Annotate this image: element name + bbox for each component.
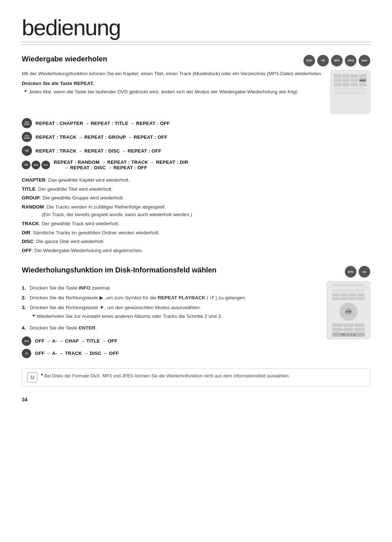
r2b4 [332,328,343,331]
step1-num: 1. [22,284,27,292]
rb2 [342,74,350,78]
rb9 [334,83,342,86]
seq-row-dvd-video: DVDVIDEO REPEAT : CHAPTER → REPEAT : TIT… [22,118,370,128]
step1-text: Drücken Sie die Taste INFO zweimal. [30,284,111,292]
section1-intro: Mit der Wiederholungsfunktion können Sie… [22,70,323,78]
seq-row-cd: CD REPEAT : TRACK → REPEAT : DISC → REPE… [22,146,370,156]
intro-area: Mit der Wiederholungsfunktion können Sie… [22,70,370,114]
page-title: bedienung [22,15,370,42]
section2-dvd-icon: DVD [345,266,356,278]
remote2-btns [332,323,365,331]
note-text: ■ Bei Disks der Formate DivX, MP3 und JP… [41,372,290,380]
section2-area: 1. Drücken Sie die Taste INFO zweimal. 2… [22,281,370,361]
seq-off-track-text: OFF → A- → TRACK → DISC → OFF [35,351,119,356]
section2-title: Wiederholungsfunktion im Disk-Informatio… [22,266,217,274]
seq-icon-dvd-audio: DVDAUDIO [22,132,32,142]
section1-title: Wiedergabe wiederholen [22,55,107,63]
seq-box-cd-icon: CD [22,349,31,358]
step-3: 3. Drücken Sie die Richtungstaste ▼, um … [22,304,319,323]
desc-random: RANDOM: Die Tracks werden in zufälliger … [22,203,370,219]
repeat-sequences: DVDVIDEO REPEAT : CHAPTER → REPEAT : TIT… [22,118,370,170]
desc-off: OFF: Die Wiedergabe-Wiederholung wird ab… [22,247,370,255]
seq-multi-line1: REPEAT : RANDOM → REPEAT : TRACK → REPEA… [54,159,188,165]
desc-dir: DIR: Sämtliche Tracks im gewählten Ordne… [22,229,370,237]
rb12 [359,83,367,86]
remote2-dpad: ENTER [339,303,358,321]
remote2-top [332,284,365,287]
step3-bullet: Wiederholen Sie zur Auswahl eines andere… [33,313,222,320]
rb5 [334,78,342,82]
section-wiederholungsfunktion: Wiederholungsfunktion im Disk-Informatio… [22,266,370,386]
rb11 [351,83,358,86]
step3-block: Drücken Sie die Richtungstaste ▼, um den… [30,304,222,323]
remote-image-section1: REPEAT [330,70,370,114]
rb8-repeat: REPEAT [359,78,367,82]
section-wiedergabe: Wiedergabe wiederholen DVD CD MP3 JPEG D… [22,55,370,254]
mp3-icon: MP3 [331,55,343,66]
jpeg-icon: JPEG [345,55,356,66]
step4-text: Drücken Sie die Taste ENTER. [30,324,97,332]
seq-icon-dvd-video: DVDVIDEO [22,118,32,128]
section2-content: 1. Drücken Sie die Taste INFO zweimal. 2… [22,281,319,361]
note-box: M ■ Bei Disks der Formate DivX, MP3 und … [22,368,370,387]
remote2-bottom: INFO▲▼▶ [332,332,365,337]
note-icon: M [27,372,37,383]
r2b2 [343,323,354,327]
remote-line1 [334,88,367,90]
remote-buttons: REPEAT [334,74,367,86]
step3-num: 3. [22,304,27,323]
note-symbol: ■ [41,373,43,376]
r2b5 [343,328,354,331]
seq-icon-cd2: CD [22,161,30,169]
seq-dvd-video-text: REPEAT : CHAPTER → REPEAT : TITLE → REPE… [36,121,170,126]
rb4 [359,74,367,78]
desc-chapter: CHAPTER: Das gewählte Kapitel wird wiede… [22,176,370,184]
section2-sequences: DVD OFF → A- → CHAP → TITLE → OFF CD OFF… [22,336,319,358]
remote-image-section2: ENTER INFO▲▼▶ [327,281,370,339]
descriptions-list: CHAPTER: Das gewählte Kapitel wird wiede… [22,176,370,254]
seq-icon-divx: DivX [41,161,50,169]
section2-device-icons: DVD CD [345,266,370,278]
seq-off-track-row: CD OFF → A- → TRACK → DISC → OFF [22,349,319,358]
seq-multi-line2: → REPEAT : DISC → REPEAT : OFF [64,165,188,170]
step3-bullet-text: Wiederholen Sie zur Auswahl eines andere… [37,313,222,320]
r2b1 [332,323,343,327]
step-4: 4. Drücken Sie die Taste ENTER. [22,324,319,332]
seq-cd-text: REPEAT : TRACK → REPEAT : DISC → REPEAT … [36,148,161,154]
numbered-steps: 1. Drücken Sie die Taste INFO zweimal. 2… [22,284,319,332]
bullet-dot [25,90,26,92]
desc-group: GROUP: Die gewählte Gruppe wird wiederho… [22,194,370,202]
section1-device-icons: DVD CD MP3 JPEG DivX [303,55,370,66]
page-number: 34 [22,397,370,403]
step3-bullet-dot [33,315,34,316]
remote-img: REPEAT [330,70,370,114]
desc-disc: DISC: Die ganze Disk wird wiederholt. [22,238,370,246]
step-2: 2. Drücken Sie die Richtungstaste ▶, um … [22,294,319,302]
step-1: 1. Drücken Sie die Taste INFO zweimal. [22,284,319,292]
rb3 [351,74,358,78]
step2-text: Drücken Sie die Richtungstaste ▶, um zum… [30,294,246,302]
seq-box-dvd-icon: DVD [22,336,31,346]
seq-row-dvd-audio: DVDAUDIO REPEAT : TRACK → REPEAT : GROUP… [22,132,370,142]
seq-icon-jpeg: JPEG [32,161,40,169]
divx-icon: DivX [359,55,370,66]
r2b6 [354,328,365,331]
step4-num: 4. [22,324,27,332]
dvd-icon: DVD [303,55,315,66]
desc-track: TRACK: Der gewählte Track wird wiederhol… [22,220,370,228]
rb6 [342,78,350,82]
bullet-text: Jedes Mal, wenn die Taste bei laufender … [29,88,298,96]
r2b3 [354,323,365,327]
seq-multi-text-block: REPEAT : RANDOM → REPEAT : TRACK → REPEA… [54,159,188,170]
section1-bullet: Jedes Mal, wenn die Taste bei laufender … [25,88,323,96]
desc-title: TITLE: Der gewählte Titel wird wiederhol… [22,185,370,193]
seq-row-multi: CD JPEG DivX REPEAT : RANDOM → REPEAT : … [22,159,370,170]
cd-icon: CD [317,55,329,66]
rb7 [351,78,358,82]
rb1 [334,74,342,78]
intro-text-block: Mit der Wiederholungsfunktion können Sie… [22,70,323,98]
step2-num: 2. [22,294,27,302]
rb10 [342,83,350,86]
section1-instruction: Drücken Sie die Taste REPEAT. [22,81,323,86]
dpad-center-btn: ENTER [345,308,352,315]
